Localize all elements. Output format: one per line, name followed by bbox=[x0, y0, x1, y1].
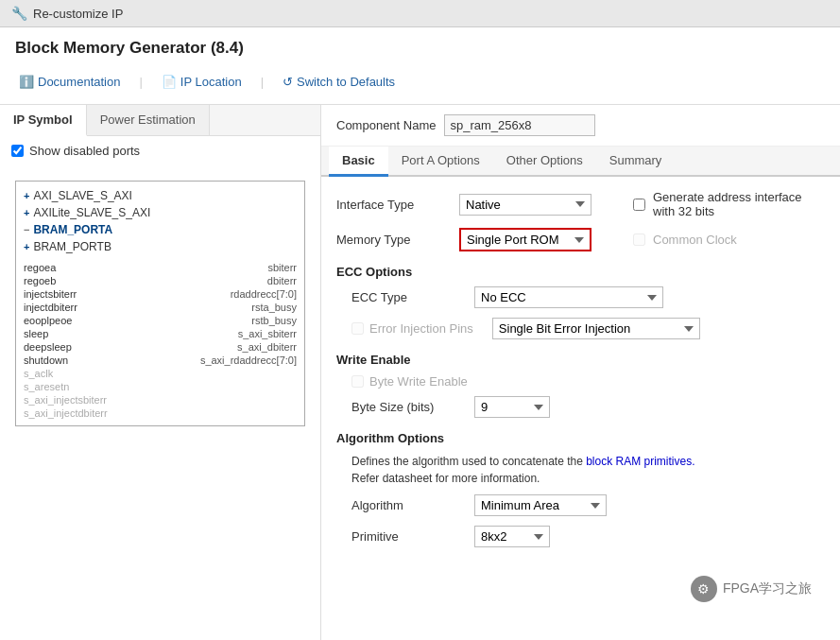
doc-icon: ℹ️ bbox=[19, 75, 34, 89]
tab-summary[interactable]: Summary bbox=[596, 147, 676, 177]
error-injection-checkbox[interactable] bbox=[351, 322, 364, 335]
tab-port-a-options[interactable]: Port A Options bbox=[388, 147, 493, 177]
content-area: IP Symbol Power Estimation Show disabled… bbox=[0, 105, 840, 640]
expand-icon-4: + bbox=[24, 241, 29, 252]
memory-type-form-row: Memory Type Single Port ROM Simple Dual … bbox=[336, 228, 591, 251]
byte-write-checkbox[interactable] bbox=[351, 375, 364, 388]
defaults-icon: ↺ bbox=[283, 75, 293, 89]
ip-location-button[interactable]: 📄 IP Location bbox=[158, 73, 246, 91]
error-injection-checkbox-row: Error Injection Pins bbox=[351, 321, 473, 336]
memory-type-label: Memory Type bbox=[336, 233, 459, 247]
ecc-type-select[interactable]: No ECC Hamming bbox=[474, 286, 663, 308]
sep2: | bbox=[261, 75, 264, 89]
list-item: s_axi_injectsbiterr bbox=[16, 393, 304, 406]
show-disabled-label: Show disabled ports bbox=[29, 144, 140, 158]
list-item: regoeasbiterr bbox=[16, 261, 304, 274]
interface-type-form-row: Interface Type Native AXI4 bbox=[336, 194, 591, 216]
symbol-area: + AXI_SLAVE_S_AXI + AXILite_SLAVE_S_AXI … bbox=[0, 165, 320, 640]
algo-description: Defines the algorithm used to concatenat… bbox=[351, 453, 825, 487]
list-item: regoebdbiterr bbox=[16, 274, 304, 287]
byte-size-select[interactable]: 9 8 bbox=[474, 396, 550, 418]
list-item: deepsleeps_axi_dbiterr bbox=[16, 340, 304, 354]
byte-write-label: Byte Write Enable bbox=[369, 374, 468, 389]
algo-section-body: Defines the algorithm used to concatenat… bbox=[336, 453, 825, 547]
algorithm-label: Algorithm bbox=[351, 498, 474, 512]
generate-address-checkbox[interactable] bbox=[633, 199, 645, 211]
sep1: | bbox=[139, 75, 142, 89]
location-icon: 📄 bbox=[162, 75, 177, 89]
list-item: s_aresetn bbox=[16, 380, 304, 393]
tree-label-2: AXILite_SLAVE_S_AXI bbox=[33, 206, 150, 219]
tree-item-bram-porta: − BRAM_PORTA bbox=[24, 221, 297, 238]
list-item: s_aclk bbox=[16, 367, 304, 380]
common-clock-label: Common Clock bbox=[653, 233, 737, 247]
algorithm-select[interactable]: Minimum Area Low Power Fixed Primitives bbox=[474, 494, 607, 516]
interface-type-row: Interface Type Native AXI4 Generate addr… bbox=[336, 190, 825, 218]
show-disabled-checkbox[interactable] bbox=[11, 145, 24, 157]
component-name-row: Component Name bbox=[321, 105, 840, 147]
tab-basic[interactable]: Basic bbox=[329, 147, 388, 177]
memory-type-select[interactable]: Single Port ROM Simple Dual Port RAM Tru… bbox=[459, 228, 591, 251]
documentation-button[interactable]: ℹ️ Documentation bbox=[15, 73, 124, 91]
write-enable-section-body: Byte Write Enable Byte Size (bits) 9 8 bbox=[336, 374, 825, 418]
tree-item-bram-portb: + BRAM_PORTB bbox=[24, 238, 297, 255]
primitive-label: Primitive bbox=[351, 529, 474, 544]
error-injection-label: Error Injection Pins bbox=[369, 321, 473, 336]
common-clock-row: Common Clock bbox=[633, 233, 737, 247]
component-name-label: Component Name bbox=[336, 118, 437, 132]
ecc-type-row: ECC Type No ECC Hamming bbox=[351, 286, 825, 308]
list-item: eooplpeoerstb_busy bbox=[16, 314, 304, 327]
list-item: injectsbiterrrdaddrecc[7:0] bbox=[16, 287, 304, 301]
generate-address-row: Generate address interface with 32 bits bbox=[633, 190, 825, 218]
list-item: injectdbiterrrsta_busy bbox=[16, 301, 304, 314]
right-tabs: Basic Port A Options Other Options Summa… bbox=[321, 147, 840, 177]
common-clock-checkbox[interactable] bbox=[633, 234, 645, 246]
list-item: shutdowns_axi_rdaddrecc[7:0] bbox=[16, 354, 304, 367]
left-tabs: IP Symbol Power Estimation bbox=[0, 105, 320, 136]
algorithm-row: Algorithm Minimum Area Low Power Fixed P… bbox=[351, 494, 825, 516]
tab-other-options[interactable]: Other Options bbox=[493, 147, 596, 177]
expand-icon-1: + bbox=[24, 190, 29, 201]
tab-ip-symbol[interactable]: IP Symbol bbox=[0, 105, 87, 136]
location-label: IP Location bbox=[180, 75, 242, 89]
algo-section-header: Algorithm Options bbox=[336, 431, 825, 445]
component-name-input[interactable] bbox=[444, 114, 595, 136]
tree-label-3: BRAM_PORTA bbox=[33, 223, 112, 236]
interface-type-label: Interface Type bbox=[336, 198, 459, 212]
toolbar: ℹ️ Documentation | 📄 IP Location | ↺ Swi… bbox=[15, 67, 825, 96]
symbol-box: + AXI_SLAVE_S_AXI + AXILite_SLAVE_S_AXI … bbox=[15, 181, 305, 426]
ecc-type-label: ECC Type bbox=[351, 290, 474, 304]
tree-label-4: BRAM_PORTB bbox=[33, 240, 111, 253]
algo-desc-text1: Defines the algorithm used to concatenat… bbox=[351, 455, 586, 468]
error-injection-row: Error Injection Pins Single Bit Error In… bbox=[351, 318, 825, 339]
expand-icon-3: − bbox=[24, 224, 29, 235]
ecc-section-body: ECC Type No ECC Hamming Error Injection … bbox=[336, 286, 825, 339]
algo-desc-highlight: block RAM primitives. bbox=[586, 455, 694, 468]
port-list: regoeasbiterr regoebdbiterr injectsbiter… bbox=[16, 261, 304, 420]
tree-label-1: AXI_SLAVE_S_AXI bbox=[33, 189, 132, 202]
main-header: Block Memory Generator (8.4) ℹ️ Document… bbox=[0, 27, 840, 105]
interface-type-select[interactable]: Native AXI4 bbox=[459, 194, 591, 216]
doc-label: Documentation bbox=[38, 75, 120, 89]
byte-size-row: Byte Size (bits) 9 8 bbox=[351, 396, 825, 418]
generate-address-label: Generate address interface with 32 bits bbox=[653, 190, 825, 218]
primitive-select[interactable]: 8kx2 4kx4 2kx8 bbox=[474, 526, 550, 547]
error-injection-select[interactable]: Single Bit Error Injection Both Single a… bbox=[492, 318, 700, 339]
right-content: Interface Type Native AXI4 Generate addr… bbox=[321, 177, 840, 570]
tree-item-axi-slave: + AXI_SLAVE_S_AXI bbox=[24, 187, 297, 204]
titlebar-icon: 🔧 bbox=[11, 6, 27, 21]
left-panel: IP Symbol Power Estimation Show disabled… bbox=[0, 105, 321, 640]
memory-type-row: Memory Type Single Port ROM Simple Dual … bbox=[336, 228, 825, 251]
tree-item-axilite-slave: + AXILite_SLAVE_S_AXI bbox=[24, 204, 297, 221]
write-enable-section-header: Write Enable bbox=[336, 353, 825, 367]
list-item: s_axi_injectdbiterr bbox=[16, 406, 304, 420]
tab-power-estimation[interactable]: Power Estimation bbox=[87, 105, 210, 135]
list-item: sleeps_axi_sbiterr bbox=[16, 327, 304, 340]
algo-desc-text2: Refer datasheet for more information. bbox=[351, 472, 540, 485]
title-bar: 🔧 Re-customize IP bbox=[0, 0, 840, 27]
titlebar-label: Re-customize IP bbox=[33, 7, 123, 21]
expand-icon-2: + bbox=[24, 207, 29, 218]
symbol-tree: + AXI_SLAVE_S_AXI + AXILite_SLAVE_S_AXI … bbox=[16, 182, 304, 261]
switch-defaults-button[interactable]: ↺ Switch to Defaults bbox=[279, 73, 399, 91]
byte-write-enable-row: Byte Write Enable bbox=[351, 374, 825, 389]
